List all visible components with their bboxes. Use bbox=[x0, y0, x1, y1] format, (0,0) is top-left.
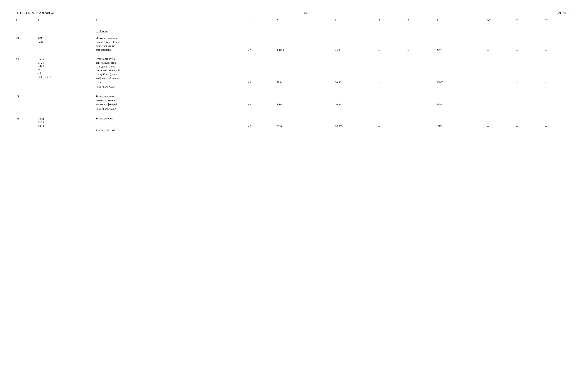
row-45-col8 bbox=[406, 94, 436, 107]
spacer bbox=[15, 52, 573, 56]
row-45-col9: 3558 bbox=[436, 94, 486, 107]
header-left: ТП 503-4-39.86 Альбом XI bbox=[16, 11, 54, 15]
table-row: 45 –"– То же, для утеп-ленных стакановзе… bbox=[15, 94, 573, 107]
col-header-12: I2 bbox=[544, 17, 574, 24]
row-43-col7: – bbox=[377, 36, 406, 52]
formula-row-45: I9,03×I,045×I,05= bbox=[15, 107, 573, 112]
section-header-row: III. Стены bbox=[15, 24, 573, 36]
section-title: III. Стены bbox=[94, 24, 247, 36]
row-45-col6: 20,88 bbox=[334, 94, 377, 107]
column-header-row: I 2 3 4 5 6 7 8 9 IO II I2 bbox=[15, 17, 573, 24]
page-header: ТП 503-4-39.86 Альбом XI - 44I - 21198 -… bbox=[15, 11, 573, 15]
row-44-num: 44 bbox=[15, 56, 36, 85]
header-center: - 44I - bbox=[302, 11, 310, 15]
row-43-ref: 9-3Iт.4-8 bbox=[36, 36, 94, 52]
row-46-unit: м2 bbox=[247, 116, 276, 129]
row-44-col5: II40 bbox=[276, 56, 334, 85]
row-43-desc: Монтаж стеновыхпанелей типа "Сэнд-вич" с… bbox=[94, 36, 247, 52]
row-45-col12: – bbox=[544, 94, 574, 107]
col-header-7: 7 bbox=[377, 17, 406, 24]
row-46-col9: I775 bbox=[436, 116, 486, 129]
row-44-col9: 23803 bbox=[436, 56, 486, 85]
formula-row-44: I9,03×I,045×I,05= bbox=[15, 85, 573, 90]
formula-46: 22,47×I,045×I,05= bbox=[94, 129, 247, 134]
col-header-4: 4 bbox=[247, 17, 276, 24]
row-46-col5: 72,0 bbox=[276, 116, 334, 129]
row-45-desc: То же, для утеп-ленных стакановзенитных … bbox=[94, 94, 247, 107]
row-43-col11: – bbox=[515, 36, 544, 52]
table-row: 46 Пр-нтОI-23п.4-0I9 То же, угловые м2 7… bbox=[15, 116, 573, 129]
row-46-col7: – bbox=[377, 116, 406, 129]
row-44-col11: – bbox=[515, 56, 544, 85]
col-header-3: 3 bbox=[94, 17, 247, 24]
col-header-1: I bbox=[15, 17, 36, 24]
table-row: 44 Пр-нтОI-23п.4-00Iт.ч.п.9ССРЦЦ ч.П Сто… bbox=[15, 56, 573, 85]
table-row: 43 9-3Iт.4-8 Монтаж стеновыхпанелей типа… bbox=[15, 36, 573, 52]
row-44-col12: – bbox=[544, 56, 574, 85]
row-46-num: 46 bbox=[15, 116, 36, 129]
row-45-col10: – bbox=[486, 94, 515, 107]
col-header-10: IO bbox=[486, 17, 515, 24]
row-45-ref: –"– bbox=[36, 94, 94, 107]
row-43-unit: м2 bbox=[247, 36, 276, 52]
row-43-col12: – bbox=[544, 36, 574, 52]
row-44-col7: – bbox=[377, 56, 406, 85]
row-46-col8 bbox=[406, 116, 436, 129]
row-46-desc: То же, угловые bbox=[94, 116, 247, 129]
row-45-col5: I70,4 bbox=[276, 94, 334, 107]
row-44-ref: Пр-нтОI-23п.4-00Iт.ч.п.9ССРЦЦ ч.П bbox=[36, 56, 94, 85]
main-table: I 2 3 4 5 6 7 8 9 IO II I2 III. Стены 43… bbox=[15, 17, 573, 134]
formula-44: I9,03×I,045×I,05= bbox=[94, 85, 247, 90]
formula-45: I9,03×I,045×I,05= bbox=[94, 107, 247, 112]
row-44-desc: Стоимость стено-вых панелей типа"Сэндвич… bbox=[94, 56, 247, 85]
header-right: 21198 -12 bbox=[558, 11, 572, 15]
col-header-6: 6 bbox=[334, 17, 377, 24]
row-43-col10: – bbox=[486, 36, 515, 52]
spacer bbox=[15, 90, 573, 94]
row-43-col8: – bbox=[406, 36, 436, 52]
row-44-unit: м2 bbox=[247, 56, 276, 85]
row-45-num: 45 bbox=[15, 94, 36, 107]
row-44-col6: 20,88 bbox=[334, 56, 377, 85]
row-46-col6: 24,655 bbox=[334, 116, 377, 129]
row-45-unit: м2 bbox=[247, 94, 276, 107]
formula-row-46: 22,47×I,045×I,05= bbox=[15, 129, 573, 134]
row-45-col7: – bbox=[377, 94, 406, 107]
row-44-col8 bbox=[406, 56, 436, 85]
col-header-2: 2 bbox=[36, 17, 94, 24]
row-46-col10: – bbox=[486, 116, 515, 129]
row-45-col11: – bbox=[515, 94, 544, 107]
col-header-8: 8 bbox=[406, 17, 436, 24]
row-43-col9: 3428 bbox=[436, 36, 486, 52]
row-43-col6: 2,48 bbox=[334, 36, 377, 52]
spacer bbox=[15, 112, 573, 116]
col-header-9: 9 bbox=[436, 17, 486, 24]
row-43-col5: I382,4 bbox=[276, 36, 334, 52]
col-header-5: 5 bbox=[276, 17, 334, 24]
row-46-col12: – bbox=[544, 116, 574, 129]
row-44-col10 bbox=[486, 56, 515, 85]
row-43-num: 43 bbox=[15, 36, 36, 52]
col-header-11: II bbox=[515, 17, 544, 24]
row-46-ref: Пр-нтОI-23п.4-0I9 bbox=[36, 116, 94, 129]
row-46-col11: – bbox=[515, 116, 544, 129]
